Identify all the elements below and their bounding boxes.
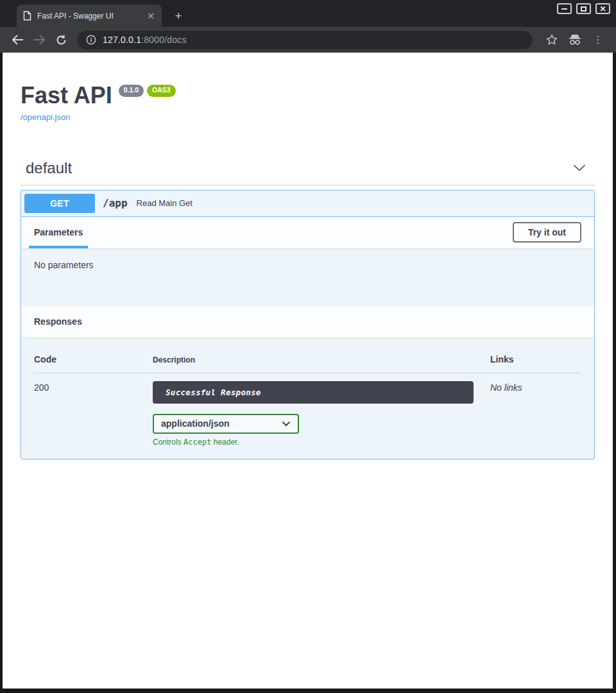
media-type-note: Controls Accept header.: [153, 438, 490, 447]
column-header-description: Description: [153, 354, 490, 364]
minimize-icon: [561, 8, 567, 10]
response-links: No links: [490, 381, 581, 447]
response-description-box: Successful Response: [153, 381, 474, 404]
site-info-icon[interactable]: [86, 35, 96, 45]
close-button[interactable]: ✕: [595, 3, 610, 14]
maximize-icon: [581, 6, 586, 12]
parameters-header: Parameters Try it out: [21, 217, 594, 248]
minimize-button[interactable]: [557, 3, 572, 14]
column-header-links: Links: [490, 354, 581, 364]
operation-block: GET /app Read Main Get Parameters Try it…: [21, 190, 595, 459]
response-code: 200: [34, 381, 153, 447]
responses-table: Code Description Links 200 Successful Re…: [34, 354, 581, 447]
close-icon: ✕: [599, 5, 606, 13]
tag-name: default: [26, 159, 72, 177]
address-bar[interactable]: 127.0.0.1:8000/docs: [77, 31, 533, 49]
window-controls: ✕: [557, 3, 610, 14]
api-info: Fast API 0.1.0 OAS3 /openapi.json: [21, 83, 595, 123]
url-host: 127.0.0.1: [103, 35, 141, 45]
media-type-value: application/json: [161, 418, 230, 429]
url-text[interactable]: 127.0.0.1:8000/docs: [103, 35, 187, 45]
api-title-row: Fast API 0.1.0 OAS3: [21, 83, 595, 108]
badges: 0.1.0 OAS3: [119, 85, 176, 97]
titlebar: Fast API - Swagger UI ✕ + ✕: [0, 0, 616, 27]
forward-button[interactable]: [31, 31, 47, 48]
operation-summary[interactable]: GET /app Read Main Get: [21, 191, 594, 217]
response-description-text: Successful Response: [166, 388, 261, 397]
swagger-ui: Fast API 0.1.0 OAS3 /openapi.json defaul…: [3, 83, 613, 459]
responses-header: Responses: [21, 306, 594, 338]
reload-button[interactable]: [53, 31, 69, 48]
browser-menu-icon[interactable]: ⋮: [590, 31, 606, 48]
page-viewport: Fast API 0.1.0 OAS3 /openapi.json defaul…: [3, 53, 613, 689]
url-path: :8000/docs: [141, 35, 187, 45]
browser-tab[interactable]: Fast API - Swagger UI ✕: [17, 4, 162, 27]
response-description-cell: Successful Response application/json Con…: [153, 381, 490, 447]
chevron-down-icon[interactable]: [569, 163, 590, 173]
note-suffix: header.: [211, 438, 239, 447]
select-chevron-icon: [282, 421, 291, 427]
browser-toolbar: 127.0.0.1:8000/docs ⋮: [0, 27, 616, 53]
get-method-button[interactable]: GET: [24, 194, 95, 213]
responses-body: Code Description Links 200 Successful Re…: [21, 338, 594, 459]
responses-table-header: Code Description Links: [34, 354, 581, 373]
bookmark-star-icon[interactable]: [543, 31, 560, 48]
tab-close-icon[interactable]: ✕: [145, 10, 157, 22]
note-code: Accept: [184, 438, 211, 447]
version-badge: 0.1.0: [119, 85, 144, 97]
tag-section-header[interactable]: default: [21, 159, 595, 185]
tab-title: Fast API - Swagger UI: [37, 12, 145, 21]
page-favicon-icon: [23, 11, 31, 21]
back-button[interactable]: [9, 31, 26, 48]
operation-summary-text: Read Main Get: [137, 198, 193, 208]
media-type-select[interactable]: application/json: [153, 414, 299, 434]
parameters-body: No parameters: [21, 248, 594, 306]
incognito-icon: [567, 31, 583, 48]
page-title: Fast API: [21, 83, 112, 108]
maximize-button[interactable]: [576, 3, 591, 14]
operation-path: /app: [103, 197, 128, 209]
new-tab-button[interactable]: +: [171, 8, 186, 23]
table-row: 200 Successful Response application/json…: [34, 381, 581, 447]
openapi-spec-link[interactable]: /openapi.json: [21, 112, 70, 122]
parameters-tab[interactable]: Parameters: [29, 222, 88, 243]
oas-badge: OAS3: [147, 85, 176, 97]
browser-window: Fast API - Swagger UI ✕ + ✕ 127.0.0.1:80…: [0, 0, 616, 693]
column-header-code: Code: [34, 354, 153, 364]
try-it-out-button[interactable]: Try it out: [513, 222, 581, 243]
no-parameters-message: No parameters: [34, 260, 94, 270]
note-prefix: Controls: [153, 438, 184, 447]
responses-title: Responses: [34, 316, 82, 327]
